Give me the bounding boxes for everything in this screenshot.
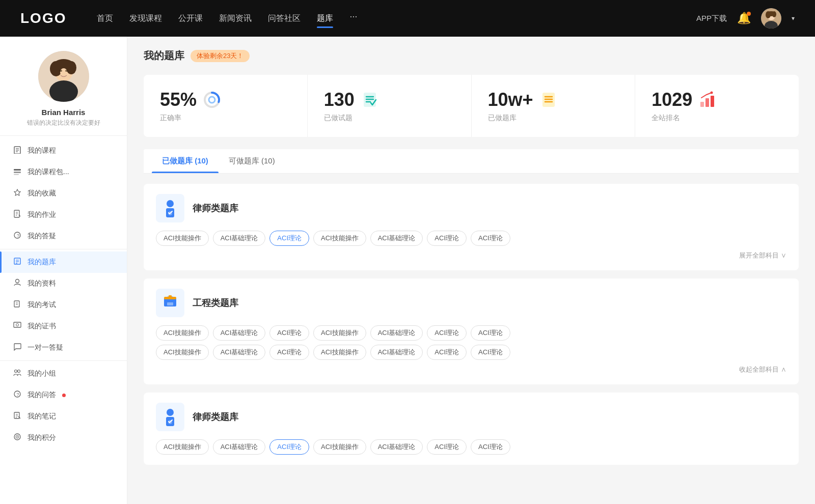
nav-news[interactable]: 新闻资讯	[219, 11, 252, 26]
bank-tag[interactable]: ACI理论	[269, 345, 309, 360]
bank-tag[interactable]: ACI基础理论	[213, 439, 266, 455]
svg-rect-35	[14, 301, 19, 307]
bank-footer: 展开全部科目 ∨	[156, 251, 786, 260]
bank-section-engineer: 工程类题库 ACI技能操作 ACI基础理论 ACI理论 ACI技能操作 ACI基…	[144, 278, 799, 384]
sidebar-item-label: 我的题库	[28, 258, 56, 267]
expand-link[interactable]: 展开全部科目 ∨	[739, 251, 786, 260]
bank-tag[interactable]: ACI基础理论	[213, 325, 266, 341]
bank-tag[interactable]: ACI技能操作	[156, 325, 209, 341]
bank-tag[interactable]: ACI技能操作	[313, 439, 366, 455]
bank-tag[interactable]: ACI技能操作	[156, 231, 209, 246]
bank-footer: 收起全部科目 ∧	[156, 365, 786, 374]
questions-icon: ?	[12, 390, 22, 400]
bank-tag[interactable]: ACI理论	[471, 231, 510, 246]
sidebar-item-profile[interactable]: 我的资料	[0, 273, 127, 294]
bank-tag[interactable]: ACI技能操作	[156, 345, 209, 360]
bank-tag-active[interactable]: ACI理论	[269, 439, 309, 455]
svg-point-50	[17, 436, 18, 437]
sidebar-item-points[interactable]: 我的积分	[0, 427, 127, 449]
bank-tag-active[interactable]: ACI理论	[269, 231, 309, 246]
bank-tag[interactable]: ACI理论	[471, 325, 510, 341]
favorites-icon	[12, 188, 22, 199]
nav-more[interactable]: ···	[349, 11, 357, 26]
notification-dot	[62, 394, 66, 397]
tabs: 已做题库 (10) 可做题库 (10)	[144, 149, 799, 174]
sidebar-item-1on1[interactable]: 一对一答疑	[0, 337, 127, 358]
profile-name: Brian Harris	[42, 108, 86, 117]
sidebar-item-notes[interactable]: 我的笔记	[0, 406, 127, 427]
bank-tag[interactable]: ACI基础理论	[370, 231, 423, 246]
svg-point-39	[16, 324, 19, 326]
sidebar-item-questions[interactable]: ? 我的问答	[0, 384, 127, 406]
bank-tag[interactable]: ACI理论	[427, 439, 467, 455]
profile-motto: 错误的决定比没有决定要好	[27, 119, 100, 127]
chat-icon	[12, 343, 22, 353]
nav-discover[interactable]: 发现课程	[129, 11, 162, 26]
sidebar-item-label: 我的笔记	[28, 412, 56, 421]
stat-done-banks: 10w+ 已做题库	[472, 75, 636, 137]
stat-top: 55%	[160, 89, 291, 110]
sidebar-item-qa[interactable]: ? 我的答疑	[0, 226, 127, 247]
nav-links: 首页 发现课程 公开课 新闻资讯 问答社区 题库 ···	[97, 11, 696, 26]
bank-tag[interactable]: ACI基础理论	[370, 439, 423, 455]
bank-tag[interactable]: ACI技能操作	[156, 439, 209, 455]
svg-point-66	[167, 200, 174, 207]
bank-tag[interactable]: ACI理论	[427, 325, 467, 341]
stat-top: 1029	[651, 89, 782, 110]
bell-notification-dot	[747, 12, 751, 16]
sidebar-item-course-pkg[interactable]: 我的课程包...	[0, 161, 127, 183]
svg-point-34	[16, 279, 19, 283]
exam-icon	[12, 300, 22, 310]
nav-caret-icon[interactable]: ▾	[792, 15, 795, 22]
sidebar-item-label: 我的问答	[28, 390, 56, 400]
sidebar-item-my-courses[interactable]: 我的课程	[0, 140, 127, 161]
stat-done-questions: 130 已做试题	[308, 75, 472, 137]
svg-point-65	[711, 92, 713, 94]
tab-done[interactable]: 已做题库 (10)	[152, 149, 219, 173]
bank-tag[interactable]: ACI理论	[427, 345, 467, 360]
bank-tag[interactable]: ACI技能操作	[313, 325, 366, 341]
svg-point-74	[167, 409, 174, 416]
bank-tag[interactable]: ACI基础理论	[370, 345, 423, 360]
sidebar-item-exam[interactable]: 我的考试	[0, 294, 127, 316]
nav-home[interactable]: 首页	[97, 11, 113, 26]
tab-available[interactable]: 可做题库 (10)	[219, 149, 285, 173]
sidebar-item-bank[interactable]: 我的题库	[0, 251, 127, 273]
svg-rect-38	[14, 322, 21, 327]
nav-app-download[interactable]: APP下载	[696, 14, 727, 23]
nav-qa[interactable]: 问答社区	[268, 11, 301, 26]
notes-icon	[12, 411, 22, 422]
bank-tag[interactable]: ACI基础理论	[213, 345, 266, 360]
done-banks-icon	[539, 91, 558, 109]
profile-avatar	[38, 51, 89, 102]
course-pkg-icon	[12, 167, 22, 177]
nav-bell-button[interactable]: 🔔	[737, 12, 751, 25]
bank-tag[interactable]: ACI理论	[269, 325, 309, 341]
bank-tags-row1: ACI技能操作 ACI基础理论 ACI理论 ACI技能操作 ACI基础理论 AC…	[156, 325, 786, 341]
bank-tag[interactable]: ACI技能操作	[313, 345, 366, 360]
svg-rect-63	[705, 98, 709, 107]
bank-tag[interactable]: ACI理论	[427, 231, 467, 246]
sidebar-item-homework[interactable]: 我的作业	[0, 204, 127, 226]
qa-icon: ?	[12, 231, 22, 241]
nav-avatar[interactable]	[761, 8, 781, 29]
sidebar-item-cert[interactable]: 我的证书	[0, 316, 127, 337]
sidebar-item-favorites[interactable]: 我的收藏	[0, 183, 127, 204]
collapse-link[interactable]: 收起全部科目 ∧	[739, 365, 786, 374]
done-questions-icon	[361, 91, 379, 109]
sidebar-item-group[interactable]: 我的小组	[0, 363, 127, 384]
nav-open-course[interactable]: 公开课	[178, 11, 203, 26]
bank-tag[interactable]: ACI理论	[471, 345, 510, 360]
bank-tag[interactable]: ACI理论	[471, 439, 510, 455]
bank-tag[interactable]: ACI基础理论	[370, 325, 423, 341]
bank-tag[interactable]: ACI基础理论	[213, 231, 266, 246]
svg-rect-20	[14, 172, 21, 173]
bank-tag[interactable]: ACI技能操作	[313, 231, 366, 246]
sidebar-item-label: 我的课程	[28, 146, 56, 155]
stat-accuracy-label: 正确率	[160, 114, 291, 123]
svg-rect-19	[14, 169, 21, 171]
cert-icon	[12, 321, 22, 331]
svg-rect-73	[169, 295, 172, 297]
nav-bank[interactable]: 题库	[317, 11, 333, 26]
stat-rank-value: 1029	[651, 89, 692, 110]
